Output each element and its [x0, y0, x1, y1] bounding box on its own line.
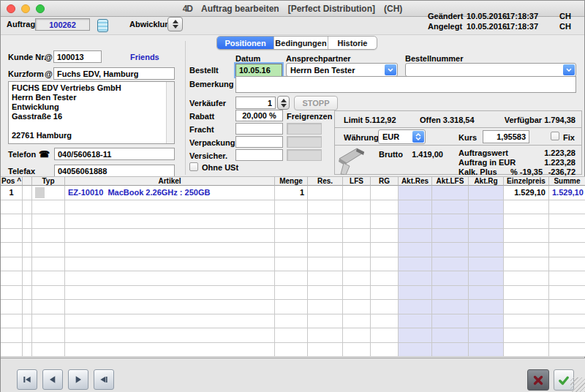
- column-header-summe[interactable]: Summe: [549, 176, 585, 186]
- fracht-freigrenze-field: [287, 123, 322, 135]
- cell-res: [308, 286, 343, 301]
- kurs-field[interactable]: [483, 130, 529, 143]
- tab-positionen[interactable]: Positionen: [217, 37, 273, 49]
- table-row[interactable]: [1, 200, 585, 215]
- cell-rg: [371, 243, 399, 257]
- table-row[interactable]: [1, 300, 585, 314]
- cell-rg: [371, 286, 399, 301]
- cell-res: [308, 186, 343, 200]
- telefon-field[interactable]: [54, 148, 175, 160]
- column-header-menge[interactable]: Menge: [275, 176, 308, 186]
- fix-checkbox[interactable]: [551, 132, 559, 140]
- address-textarea[interactable]: FUCHS EDV Vertriebs GmbH Herrn Ben Teste…: [8, 81, 175, 144]
- cell-aktres: [399, 243, 432, 257]
- cell-einzelpreis: [504, 328, 549, 343]
- bestellt-date-field[interactable]: [235, 64, 282, 77]
- cell-artikel: [65, 243, 275, 257]
- table-row[interactable]: [1, 286, 585, 301]
- fracht-label: Fracht: [189, 125, 214, 134]
- table-row[interactable]: [1, 257, 585, 272]
- cell-res: [308, 300, 343, 314]
- cell-aktlfs: [432, 314, 469, 329]
- cell-summe: 1.529,10: [549, 186, 585, 200]
- kurzform-field[interactable]: [53, 67, 175, 80]
- abwicklung-stepper[interactable]: [167, 17, 183, 31]
- positions-table: Pos ^TypArtikelMengeRes.LFSRGAkt.ResAkt.…: [1, 176, 585, 357]
- verkaeufer-field[interactable]: [235, 97, 276, 109]
- cell-menge: [275, 271, 308, 286]
- cell-artikel: [65, 328, 275, 343]
- column-header-artikel[interactable]: Artikel: [65, 176, 275, 186]
- telefax-field[interactable]: [54, 165, 175, 177]
- bemerkung-field[interactable]: [235, 76, 576, 93]
- cell-lfs: [343, 286, 371, 301]
- cell-artikel: [65, 271, 275, 286]
- cell-aktres: [399, 200, 432, 215]
- kurzform-label: Kurzform: [8, 69, 44, 78]
- table-row[interactable]: 1EZ-10010 MacBook 2.26GHz : 250GB11.529,…: [1, 186, 585, 200]
- column-header-typ[interactable]: Typ: [32, 176, 65, 186]
- stopp-button[interactable]: STOPP: [294, 96, 338, 110]
- table-row[interactable]: [1, 229, 585, 244]
- first-record-button[interactable]: [17, 369, 37, 390]
- bestellnummer-dropdown[interactable]: [405, 63, 576, 77]
- column-header-sel[interactable]: [23, 176, 32, 186]
- resize-grip[interactable]: [570, 377, 585, 392]
- cell-artikel: [65, 200, 275, 215]
- verkaeufer-stepper[interactable]: [277, 96, 290, 110]
- cell-lfs: [343, 343, 371, 358]
- column-header-aktres[interactable]: Akt.Res: [399, 176, 432, 186]
- ohne-ust-checkbox[interactable]: [189, 162, 198, 171]
- verpackung-field[interactable]: [235, 136, 283, 148]
- cell-menge: [275, 243, 308, 257]
- fracht-field[interactable]: [235, 123, 283, 135]
- cell-pos: 1: [1, 186, 23, 200]
- cell-einzelpreis: [504, 343, 549, 358]
- column-header-aktlfs[interactable]: Akt.LFS: [432, 176, 469, 186]
- cell-einzelpreis: [504, 200, 549, 215]
- waehrung-value: EUR: [382, 132, 399, 141]
- next-record-button[interactable]: [68, 369, 88, 390]
- versicher-field[interactable]: [235, 149, 283, 161]
- last-record-button[interactable]: [94, 369, 114, 390]
- auftrag-number-field[interactable]: [35, 18, 90, 31]
- kurzform-at-icon[interactable]: @: [45, 69, 53, 78]
- column-header-einzelpreis[interactable]: Einzelpreis: [504, 176, 549, 186]
- column-header-aktrg[interactable]: Akt.Rg: [469, 176, 504, 186]
- cell-summe: [549, 229, 585, 244]
- rabatt-field[interactable]: [235, 110, 283, 121]
- cancel-button[interactable]: [527, 369, 549, 391]
- cell-rg: [371, 314, 399, 329]
- cell-menge: [275, 286, 308, 301]
- table-row[interactable]: [1, 314, 585, 329]
- table-row[interactable]: [1, 343, 585, 358]
- cell-aktlfs: [432, 214, 469, 229]
- cell-sel: [23, 243, 32, 257]
- notepad-icon[interactable]: [97, 19, 108, 32]
- address-scrollbar[interactable]: [166, 82, 174, 143]
- freigrenzen-label: Freigrenzen: [287, 112, 332, 121]
- versicher-label: Versicher.: [189, 151, 227, 160]
- cell-artikel: [65, 214, 275, 229]
- tab-historie[interactable]: Historie: [328, 37, 377, 49]
- column-header-rg[interactable]: RG: [371, 176, 399, 186]
- previous-record-button[interactable]: [42, 369, 63, 390]
- cell-summe: [549, 200, 585, 215]
- column-header-pos[interactable]: Pos ^: [1, 176, 23, 186]
- cell-pos: [1, 328, 23, 343]
- cell-rg: [371, 328, 399, 343]
- column-header-res[interactable]: Res.: [308, 176, 343, 186]
- column-header-lfs[interactable]: LFS: [343, 176, 371, 186]
- table-row[interactable]: [1, 271, 585, 286]
- angelegt-time: 17:18:37: [506, 22, 538, 31]
- table-row[interactable]: [1, 243, 585, 257]
- chevron-down-icon: [385, 64, 396, 75]
- table-row[interactable]: [1, 214, 585, 229]
- cell-pos: [1, 229, 23, 244]
- kunde-nr-at-icon[interactable]: @: [45, 53, 53, 61]
- tab-bedingungen[interactable]: Bedingungen: [273, 37, 328, 49]
- ansprechpartner-dropdown[interactable]: Herrn Ben Tester: [286, 63, 398, 77]
- table-row[interactable]: [1, 328, 585, 343]
- kunde-nr-field[interactable]: [53, 50, 102, 63]
- waehrung-popup[interactable]: EUR: [378, 129, 426, 144]
